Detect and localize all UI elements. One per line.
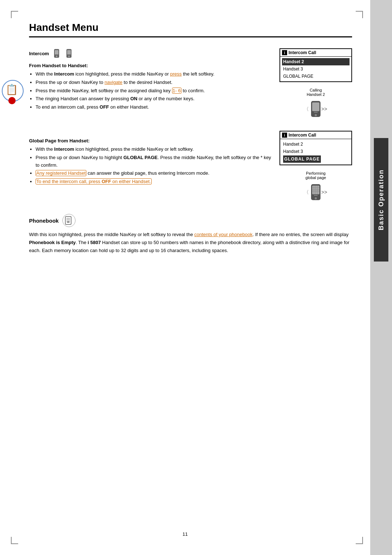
svg-rect-21 xyxy=(314,195,318,196)
page-number: 11 xyxy=(183,531,188,537)
phonebook-section: Phonebook With this icon highlighted, pr… xyxy=(29,214,352,255)
global-bullet-3: Any registered Handset can answer the gl… xyxy=(36,170,272,177)
intercom-bullet-4: The ringing Handset can answer by pressi… xyxy=(36,95,272,103)
intercom-bullet-5: To end an intercom call, press OFF on ei… xyxy=(36,104,272,111)
intercom-bullet-3: Press the middle NavKey, left softkey or… xyxy=(36,87,272,95)
global-bullet-1: With the Intercom icon highlighted, pres… xyxy=(36,146,272,153)
svg-point-10 xyxy=(315,114,317,116)
panel1-row2: Handset 3 xyxy=(282,65,350,73)
svg-rect-4 xyxy=(67,50,71,54)
svg-point-2 xyxy=(56,56,57,57)
main-content: Handset Menu Intercom xyxy=(0,0,370,555)
intercom-left-col: Intercom From Handset to Han xyxy=(29,48,272,120)
panel2-icon: i xyxy=(282,133,287,138)
intercom-label: Intercom xyxy=(29,51,49,56)
title-rule xyxy=(29,36,352,37)
svg-text:>>: >> xyxy=(321,106,327,112)
svg-point-22 xyxy=(315,197,317,199)
sidebar-dark-bar: Basic Operation xyxy=(374,138,388,262)
device-panel-1: i Intercom Call Handset 2 Handset 3 GLOB… xyxy=(279,48,352,82)
phonebook-icon xyxy=(62,214,75,227)
panel2-header: i Intercom Call xyxy=(280,131,351,139)
svg-point-5 xyxy=(68,56,70,57)
intercom-bullet-2: Press the up or down NavKey to navigate … xyxy=(36,79,272,86)
phone-illustration-2: 〈〈 >> xyxy=(279,181,352,203)
calling-text: CallingHandset 2 xyxy=(279,88,352,97)
global-bullet-2: Press the up or down NavKey to highlight… xyxy=(36,154,272,169)
handset-icon-2 xyxy=(65,48,76,58)
svg-rect-9 xyxy=(314,112,318,113)
performing-text: Performingglobal page xyxy=(279,171,352,180)
from-handset-heading: From Handset to Handset: xyxy=(29,63,272,68)
sidebar-label: Basic Operation xyxy=(377,169,385,230)
phone-illustration-1: 〈〈 >> xyxy=(279,98,352,120)
intercom-right-col: i Intercom Call Handset 2 Handset 3 GLOB… xyxy=(279,48,352,120)
svg-rect-1 xyxy=(55,50,58,54)
phonebook-body: With this icon highlighted, press the mi… xyxy=(29,231,352,255)
panel1-row1: Handset 2 xyxy=(282,58,350,65)
device-panel-2: i Intercom Call Handset 2 Handset 3 GLOB… xyxy=(279,131,352,165)
phonebook-label: Phonebook xyxy=(29,218,59,224)
panel1-header: i Intercom Call xyxy=(280,49,351,57)
svg-rect-24 xyxy=(65,216,71,224)
global-page-left-col: Global Page from Handset: With the Inter… xyxy=(29,131,272,203)
global-page-heading: Global Page from Handset: xyxy=(29,138,272,143)
page-title: Handset Menu xyxy=(29,22,352,33)
panel1-icon: i xyxy=(282,50,287,55)
intercom-bullets: With the Intercom icon highlighted, pres… xyxy=(29,70,272,111)
global-page-section-row: Global Page from Handset: With the Inter… xyxy=(29,131,352,203)
phonebook-svg-icon xyxy=(64,216,74,225)
global-bullet-4: To end the intercom call, press OFF on e… xyxy=(36,178,272,186)
panel2-row2: Handset 3 xyxy=(282,148,350,155)
panel2-row1: Handset 2 xyxy=(282,141,350,148)
phone-svg-1: 〈〈 >> xyxy=(303,98,328,120)
svg-rect-8 xyxy=(312,102,319,111)
intercom-heading: Intercom xyxy=(29,48,272,58)
panel2-row3: GLOBAL PAGE xyxy=(282,155,350,163)
svg-text:>>: >> xyxy=(321,189,327,195)
intercom-icon-pair xyxy=(53,48,76,58)
intercom-section-row: Intercom From Handset to Han xyxy=(29,48,352,120)
global-page-right-col: i Intercom Call Handset 2 Handset 3 GLOB… xyxy=(279,131,352,203)
phonebook-heading-row: Phonebook xyxy=(29,214,352,227)
panel2-body: Handset 2 Handset 3 GLOBAL PAGE xyxy=(280,139,351,165)
handset-icon-1 xyxy=(53,48,64,58)
right-sidebar: Basic Operation xyxy=(370,0,392,555)
global-page-bullets: With the Intercom icon highlighted, pres… xyxy=(29,146,272,186)
phone-svg-2: 〈〈 >> xyxy=(303,181,328,203)
panel1-row3: GLOBAL PAGE xyxy=(282,73,350,80)
intercom-bullet-1: With the Intercom icon highlighted, pres… xyxy=(36,70,272,78)
panel1-body: Handset 2 Handset 3 GLOBAL PAGE xyxy=(280,57,351,81)
